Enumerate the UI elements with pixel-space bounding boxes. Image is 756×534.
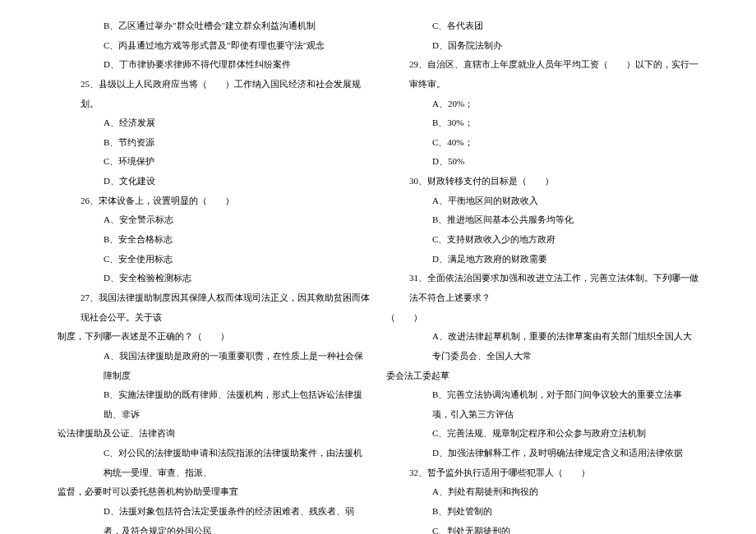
- option-text: D、丁市律协要求律师不得代理群体性纠纷案件: [58, 55, 370, 75]
- left-column: B、乙区通过举办"群众吐槽会"建立群众利益沟通机制 C、丙县通过地方戏等形式普及…: [49, 16, 378, 534]
- option-text: C、对公民的法律援助申请和法院指派的法律援助案件，由法援机构统一受理、审查、指派…: [58, 444, 370, 482]
- question-text: 26、宋体设备上，设置明显的（ ）: [58, 191, 370, 211]
- option-text: C、环境保护: [58, 152, 370, 172]
- question-text: 25、县级以上人民政府应当将（ ）工作纳入国民经济和社会发展规划。: [58, 75, 370, 113]
- option-text: B、完善立法协调沟通机制，对于部门间争议较大的重要立法事项，引入第三方评估: [386, 385, 698, 424]
- option-continuation: 讼法律援助及公证、法律咨询: [58, 424, 370, 444]
- option-text: C、支持财政收入少的地方政府: [386, 230, 698, 250]
- option-text: C、完善法规、规章制定程序和公众参与政府立法机制: [386, 424, 698, 444]
- question-text: 29、自治区、直辖市上年度就业人员年平均工资（ ）以下的，实行一审终审。: [386, 55, 698, 94]
- option-text: D、满足地方政府的财政需要: [386, 250, 698, 269]
- question-text: 31、全面依法治国要求加强和改进立法工作，完善立法体制。下列哪一做法不符合上述要…: [386, 269, 698, 307]
- page-container: B、乙区通过举办"群众吐槽会"建立群众利益沟通机制 C、丙县通过地方戏等形式普及…: [0, 0, 756, 534]
- question-text: 30、财政转移支付的目标是（ ）: [386, 172, 698, 191]
- question-text: 32、暂予监外执行适用于哪些犯罪人（ ）: [386, 463, 698, 483]
- option-text: C、丙县通过地方戏等形式普及"即使有理也要守法"观念: [58, 36, 370, 56]
- option-text: C、判处无期徒刑的: [386, 522, 698, 534]
- question-continuation: （ ）: [386, 308, 698, 328]
- question-text: 27、我国法律援助制度因其保障人权而体现司法正义，因其救助贫困而体现社会公平。关…: [58, 288, 370, 327]
- option-text: A、改进法律起草机制，重要的法律草案由有关部门组织全国人大专门委员会、全国人大常: [386, 327, 698, 366]
- option-continuation: 监督，必要时可以委托慈善机构协助受理事宜: [58, 482, 370, 502]
- option-text: B、30%；: [386, 113, 698, 133]
- option-text: A、经济发展: [58, 113, 370, 133]
- option-text: A、安全警示标志: [58, 210, 370, 230]
- option-text: B、实施法律援助的既有律师、法援机构，形式上包括诉讼法律援助、非诉: [58, 385, 370, 424]
- option-text: B、安全合格标志: [58, 230, 370, 250]
- option-text: A、平衡地区间的财政收入: [386, 191, 698, 211]
- option-text: D、加强法律解释工作，及时明确法律规定含义和适用法律依据: [386, 444, 698, 463]
- option-text: D、50%: [386, 152, 698, 172]
- option-text: D、安全检验检测标志: [58, 269, 370, 288]
- question-continuation: 制度，下列哪一表述是不正确的？（ ）: [58, 327, 370, 347]
- option-text: D、国务院法制办: [386, 36, 698, 56]
- option-text: B、判处管制的: [386, 502, 698, 522]
- option-text: B、推进地区间基本公共服务均等化: [386, 210, 698, 230]
- option-text: C、40%；: [386, 133, 698, 153]
- right-column: C、各代表团 D、国务院法制办 29、自治区、直辖市上年度就业人员年平均工资（ …: [378, 16, 707, 534]
- option-text: C、各代表团: [386, 16, 698, 36]
- option-text: A、我国法律援助是政府的一项重要职责，在性质上是一种社会保障制度: [58, 347, 370, 385]
- option-text: D、文化建设: [58, 172, 370, 191]
- option-continuation: 委会法工委起草: [386, 366, 698, 386]
- option-text: B、节约资源: [58, 133, 370, 153]
- option-text: C、安全使用标志: [58, 250, 370, 269]
- option-text: B、乙区通过举办"群众吐槽会"建立群众利益沟通机制: [58, 16, 370, 36]
- option-text: A、判处有期徒刑和拘役的: [386, 482, 698, 502]
- option-text: D、法援对象包括符合法定受援条件的经济困难者、残疾者、弱者，及符合规定的外国公民: [58, 502, 370, 534]
- option-text: A、20%；: [386, 94, 698, 114]
